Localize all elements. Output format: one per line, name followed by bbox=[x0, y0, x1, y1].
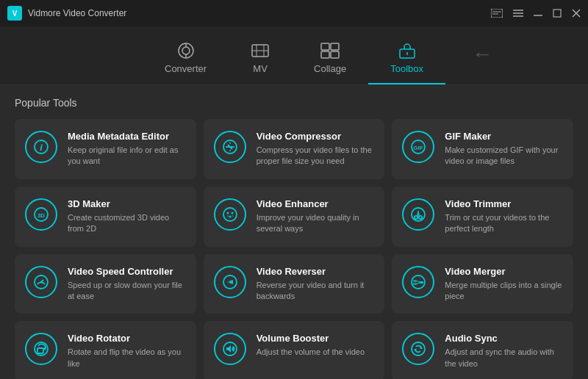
tool-info-video-compressor: Video Compressor Compress your video fil… bbox=[257, 131, 375, 167]
mv-icon bbox=[251, 43, 270, 59]
converter-icon bbox=[176, 43, 196, 59]
tool-icon-volume-booster bbox=[214, 333, 246, 365]
svg-point-42 bbox=[227, 215, 229, 217]
tool-card-video-rotator[interactable]: Video Rotator Rotate and flip the video … bbox=[15, 321, 196, 379]
nav-bar: Converter MV Collage Toolbox ← bbox=[0, 26, 588, 85]
tool-desc-audio-sync: Adjust and sync the audio with the video bbox=[445, 347, 563, 369]
svg-point-67 bbox=[412, 342, 425, 355]
collage-icon bbox=[320, 43, 340, 59]
mv-tab-label: MV bbox=[253, 63, 268, 74]
tool-info-3d-maker: 3D Maker Create customized 3D video from… bbox=[68, 198, 186, 235]
tool-desc-video-rotator: Rotate and flip the video as you like bbox=[68, 347, 186, 369]
tool-name-3d-maker: 3D Maker bbox=[68, 198, 186, 209]
tab-toolbox[interactable]: Toolbox bbox=[368, 35, 445, 84]
tool-name-video-speed-controller: Video Speed Controller bbox=[68, 266, 186, 277]
svg-line-48 bbox=[418, 212, 420, 217]
tool-name-video-rotator: Video Rotator bbox=[68, 333, 186, 344]
tool-card-video-merger[interactable]: Video Merger Merge multiple clips into a… bbox=[392, 254, 573, 314]
svg-rect-22 bbox=[321, 51, 329, 58]
tool-card-media-metadata-editor[interactable]: i Media Metadata Editor Keep original fi… bbox=[15, 119, 196, 179]
tool-card-video-compressor[interactable]: Video Compressor Compress your video fil… bbox=[204, 119, 385, 179]
section-title: Popular Tools bbox=[15, 97, 573, 109]
tab-collage[interactable]: Collage bbox=[292, 35, 368, 84]
tab-converter[interactable]: Converter bbox=[143, 35, 229, 84]
svg-line-60 bbox=[417, 281, 420, 282]
svg-rect-23 bbox=[331, 51, 339, 58]
tool-icon-video-trimmer bbox=[402, 198, 434, 231]
svg-rect-20 bbox=[321, 43, 329, 50]
tool-icon-audio-sync bbox=[402, 333, 434, 365]
tool-desc-3d-maker: Create customized 3D video from 2D bbox=[68, 212, 186, 235]
maximize-icon-btn[interactable] bbox=[553, 9, 562, 18]
tool-icon-video-rotator bbox=[25, 333, 57, 365]
tool-card-video-reverser[interactable]: Video Reverser Reverse your video and tu… bbox=[204, 254, 385, 314]
svg-point-41 bbox=[229, 215, 231, 217]
tool-info-video-reverser: Video Reverser Reverse your video and tu… bbox=[257, 266, 375, 303]
tool-info-video-trimmer: Video Trimmer Trim or cut your videos to… bbox=[445, 198, 563, 235]
svg-rect-9 bbox=[553, 10, 561, 17]
tool-desc-video-trimmer: Trim or cut your videos to the perfect l… bbox=[445, 212, 563, 235]
tool-card-audio-sync[interactable]: Audio Sync Adjust and sync the audio wit… bbox=[392, 321, 573, 379]
svg-point-40 bbox=[231, 212, 233, 214]
tool-card-gif-maker[interactable]: GIF GIF Maker Make customized GIF with y… bbox=[392, 119, 573, 179]
tool-info-audio-sync: Audio Sync Adjust and sync the audio wit… bbox=[445, 333, 563, 369]
tool-icon-video-reverser bbox=[214, 266, 246, 298]
tool-icon-3d-maker: 3D bbox=[25, 198, 57, 231]
tool-card-video-enhancer[interactable]: Video Enhancer Improve your video qualit… bbox=[204, 187, 385, 247]
tool-card-video-trimmer[interactable]: Video Trimmer Trim or cut your videos to… bbox=[392, 187, 573, 247]
svg-rect-57 bbox=[413, 280, 417, 282]
tool-info-video-rotator: Video Rotator Rotate and flip the video … bbox=[68, 333, 186, 369]
tool-icon-video-compressor bbox=[214, 131, 246, 163]
svg-rect-58 bbox=[413, 283, 417, 285]
tool-card-video-speed-controller[interactable]: Video Speed Controller Speed up or slow … bbox=[15, 254, 196, 314]
tool-card-3d-maker[interactable]: 3D 3D Maker Create customized 3D video f… bbox=[15, 187, 196, 247]
svg-line-61 bbox=[417, 283, 420, 284]
collage-tab-label: Collage bbox=[314, 63, 346, 74]
subtitle-icon-btn[interactable] bbox=[491, 9, 503, 18]
tool-name-gif-maker: GIF Maker bbox=[445, 131, 563, 142]
tool-desc-video-compressor: Compress your video files to the proper … bbox=[257, 145, 375, 167]
svg-text:3D: 3D bbox=[37, 212, 45, 219]
tool-icon-media-metadata-editor: i bbox=[25, 131, 57, 163]
svg-rect-64 bbox=[37, 348, 43, 353]
tool-name-volume-booster: Volume Booster bbox=[257, 333, 375, 344]
tool-name-media-metadata-editor: Media Metadata Editor bbox=[68, 131, 186, 142]
tool-name-audio-sync: Audio Sync bbox=[445, 333, 563, 344]
svg-marker-55 bbox=[227, 280, 232, 284]
svg-rect-59 bbox=[420, 281, 423, 284]
svg-point-39 bbox=[226, 212, 229, 214]
tool-name-video-reverser: Video Reverser bbox=[257, 266, 375, 277]
tool-desc-volume-booster: Adjust the volume of the video bbox=[257, 347, 375, 358]
title-bar: V Vidmore Video Converter bbox=[0, 0, 588, 26]
tool-name-video-trimmer: Video Trimmer bbox=[445, 198, 563, 209]
converter-tab-label: Converter bbox=[165, 63, 207, 74]
tool-info-media-metadata-editor: Media Metadata Editor Keep original file… bbox=[68, 131, 186, 167]
tool-desc-video-reverser: Reverse your video and turn it backwards bbox=[257, 280, 375, 303]
tool-icon-video-enhancer bbox=[214, 198, 246, 231]
tool-icon-video-speed-controller bbox=[25, 266, 57, 298]
svg-point-38 bbox=[223, 208, 237, 221]
svg-text:V: V bbox=[12, 10, 18, 18]
close-icon-btn[interactable] bbox=[572, 9, 581, 18]
svg-marker-66 bbox=[226, 345, 231, 353]
menu-icon-btn[interactable] bbox=[513, 9, 523, 18]
tab-mv[interactable]: MV bbox=[229, 35, 292, 84]
arrow-indicator: ← bbox=[472, 43, 492, 66]
title-bar-controls bbox=[491, 9, 581, 18]
tool-icon-gif-maker: GIF bbox=[402, 131, 434, 163]
svg-text:i: i bbox=[40, 142, 43, 153]
tool-desc-video-enhancer: Improve your video quality in several wa… bbox=[257, 212, 375, 235]
minimize-icon-btn[interactable] bbox=[534, 9, 542, 18]
tool-info-video-enhancer: Video Enhancer Improve your video qualit… bbox=[257, 198, 375, 235]
tool-info-video-speed-controller: Video Speed Controller Speed up or slow … bbox=[68, 266, 186, 303]
svg-text:GIF: GIF bbox=[414, 145, 423, 151]
tool-card-volume-booster[interactable]: Volume Booster Adjust the volume of the … bbox=[204, 321, 385, 379]
tool-desc-media-metadata-editor: Keep original file info or edit as you w… bbox=[68, 145, 186, 167]
tool-name-video-compressor: Video Compressor bbox=[257, 131, 375, 142]
tool-desc-video-speed-controller: Speed up or slow down your file at ease bbox=[68, 280, 186, 303]
toolbox-icon bbox=[398, 43, 417, 59]
svg-rect-21 bbox=[331, 43, 339, 50]
tool-icon-video-merger bbox=[402, 266, 434, 298]
svg-rect-2 bbox=[491, 9, 503, 18]
main-content: Popular Tools i Media Metadata Editor Ke… bbox=[0, 85, 588, 379]
